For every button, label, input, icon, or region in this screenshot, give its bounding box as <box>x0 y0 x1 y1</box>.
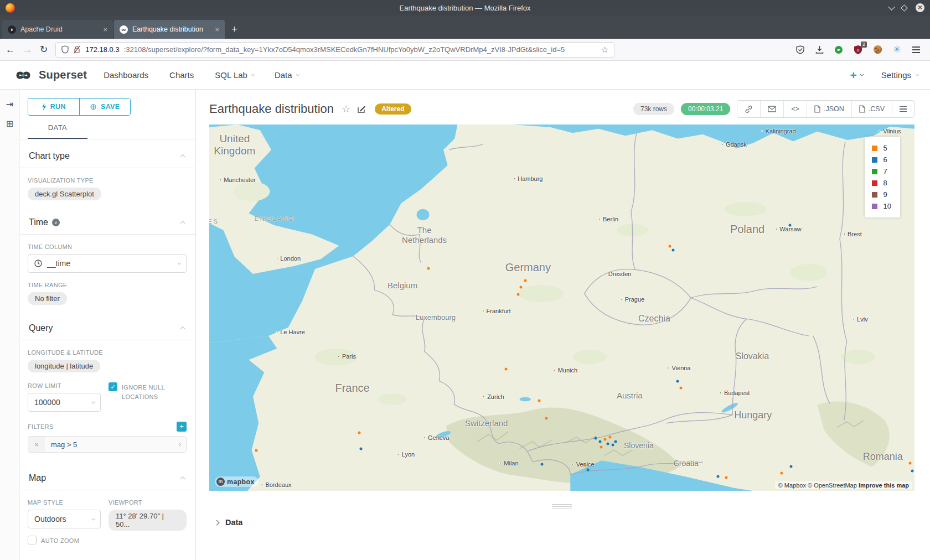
chevron-down-icon <box>251 72 255 76</box>
favorite-star-icon[interactable]: ☆ <box>342 103 350 115</box>
scatter-point <box>716 475 719 478</box>
window-minimize-button[interactable] <box>888 3 895 11</box>
map-canvas[interactable]: United KingdomENGLANDESThe NetherlandsBe… <box>209 125 914 491</box>
legend-swatch-icon <box>872 192 877 198</box>
auto-zoom-checkbox-row[interactable]: AUTO ZOOM <box>28 536 101 546</box>
nav-charts[interactable]: Charts <box>169 70 194 80</box>
data-panel-toggle[interactable]: Data <box>209 518 914 527</box>
reload-icon[interactable]: ↻ <box>40 44 48 55</box>
chevron-down-icon <box>860 72 864 76</box>
forward-icon[interactable]: → <box>23 44 32 55</box>
insecure-lock-icon[interactable] <box>73 45 81 54</box>
collapse-panel-icon[interactable]: ⇥ <box>6 99 13 110</box>
save-button[interactable]: ⊕ SAVE <box>79 98 131 115</box>
embed-code-button[interactable]: <> <box>783 101 807 117</box>
section-map[interactable]: Map <box>28 462 187 490</box>
scatter-point <box>603 438 606 441</box>
filter-item[interactable]: × mag > 5 <box>28 436 187 453</box>
window-maximize-button[interactable] <box>901 4 908 12</box>
add-filter-button[interactable]: + <box>177 422 187 432</box>
time-column-select[interactable]: __time <box>28 254 187 273</box>
legend-item: 7 <box>872 165 891 177</box>
window-close-button[interactable]: ✕ <box>916 3 924 12</box>
chevron-right-icon <box>214 520 220 525</box>
chevron-up-icon <box>180 476 185 481</box>
info-icon: i <box>52 219 60 226</box>
scatter-point <box>790 465 793 468</box>
settings-menu[interactable]: Settings <box>881 70 918 80</box>
tab-data[interactable]: DATA <box>28 123 87 139</box>
tab-close-icon[interactable]: × <box>103 25 107 34</box>
panel-resize-handle[interactable] <box>552 504 572 509</box>
new-tab-button[interactable]: + <box>231 23 237 35</box>
copy-link-button[interactable] <box>737 101 760 117</box>
url-bar[interactable]: 172.18.0.3:32108/superset/explore/?form_… <box>55 42 614 58</box>
row-limit-select[interactable]: 100000 <box>28 393 101 412</box>
starburst-extension-icon[interactable]: ✳ <box>892 45 902 55</box>
file-icon <box>814 105 820 113</box>
lonlat-value[interactable]: longitude | latitude <box>28 360 100 372</box>
downloads-icon[interactable] <box>814 45 824 55</box>
nav-dashboards[interactable]: Dashboards <box>104 70 148 80</box>
legend-label: 5 <box>884 144 887 152</box>
legend-swatch-icon <box>872 157 877 163</box>
control-panel: RUN ⊕ SAVE DATA Chart type VISUALIZATION… <box>20 90 196 560</box>
nav-data[interactable]: Data <box>275 70 298 80</box>
scatter-point <box>584 464 587 466</box>
viz-type-value[interactable]: deck.gl Scatterplot <box>28 188 101 200</box>
tab-label: Earthquake distribution <box>132 25 210 33</box>
scatter-point <box>614 440 617 443</box>
scatter-point <box>600 445 603 448</box>
run-button[interactable]: RUN <box>28 98 79 115</box>
datasource-grid-icon[interactable]: ⊞ <box>6 118 13 129</box>
section-query[interactable]: Query <box>28 312 187 340</box>
mapbox-logo[interactable]: m mapbox <box>215 476 259 487</box>
viewport-value[interactable]: 11° 28' 29.70" | 50... <box>108 510 187 531</box>
cookie-extension-icon[interactable] <box>872 45 882 55</box>
scatter-point <box>427 267 430 270</box>
filter-expand-icon[interactable] <box>172 437 186 452</box>
remove-filter-icon[interactable]: × <box>28 437 45 452</box>
tab-earthquake-distribution[interactable]: ∞ Earthquake distribution × <box>114 20 225 39</box>
chart-menu-button[interactable] <box>892 101 914 117</box>
browser-toolbar: ← → ↻ 172.18.0.3:32108/superset/explore/… <box>0 39 930 61</box>
url-host: 172.18.0.3 <box>85 45 119 54</box>
lightning-icon <box>42 103 46 111</box>
url-path: :32108/superset/explore/?form_data_key=1… <box>124 45 597 54</box>
back-icon[interactable]: ← <box>6 44 15 55</box>
green-extension-icon[interactable] <box>834 45 844 55</box>
checkbox-empty-icon[interactable] <box>28 536 37 545</box>
scatter-point <box>255 449 258 452</box>
section-time[interactable]: Timei <box>28 206 187 234</box>
shield-check-extension-icon[interactable] <box>795 45 805 55</box>
export-json-button[interactable]: .JSON <box>807 101 851 117</box>
superset-logo[interactable]: Superset <box>12 69 87 82</box>
superset-navbar: Superset Dashboards Charts SQL Lab Data … <box>0 61 930 90</box>
map-style-select[interactable]: Outdoors <box>28 510 101 528</box>
druid-favicon: ◗ <box>8 25 16 34</box>
checkbox-checked-icon[interactable]: ✓ <box>108 382 117 391</box>
section-point-size[interactable]: Point Size <box>28 553 187 560</box>
map-attribution[interactable]: © Mapbox © OpenStreetMap Improve this ma… <box>775 481 912 489</box>
ublock-shield-icon[interactable]: u2 <box>853 45 863 55</box>
menu-icon[interactable] <box>911 45 921 55</box>
filter-expression[interactable]: mag > 5 <box>45 437 172 452</box>
tab-close-icon[interactable]: × <box>215 25 219 34</box>
envelope-icon <box>768 106 776 112</box>
time-range-value[interactable]: No filter <box>28 292 67 305</box>
improve-map-link[interactable]: Improve this map <box>859 482 909 489</box>
new-item-button[interactable]: + <box>850 69 862 82</box>
tracking-shield-icon[interactable] <box>61 45 69 54</box>
export-csv-button[interactable]: .CSV <box>851 101 892 117</box>
scatter-point <box>676 380 679 383</box>
section-chart-type[interactable]: Chart type <box>28 139 187 168</box>
tab-apache-druid[interactable]: ◗ Apache Druid × <box>2 20 113 39</box>
scatter-point <box>781 472 783 475</box>
nav-sql-lab[interactable]: SQL Lab <box>215 70 254 80</box>
scatter-point <box>606 443 609 445</box>
email-button[interactable] <box>760 101 783 117</box>
ignore-null-checkbox-row[interactable]: ✓ IGNORE NULL LOCATIONS <box>108 382 187 402</box>
bookmark-star-icon[interactable]: ☆ <box>601 45 608 55</box>
legend-swatch-icon <box>872 146 877 151</box>
edit-icon[interactable] <box>357 105 366 113</box>
